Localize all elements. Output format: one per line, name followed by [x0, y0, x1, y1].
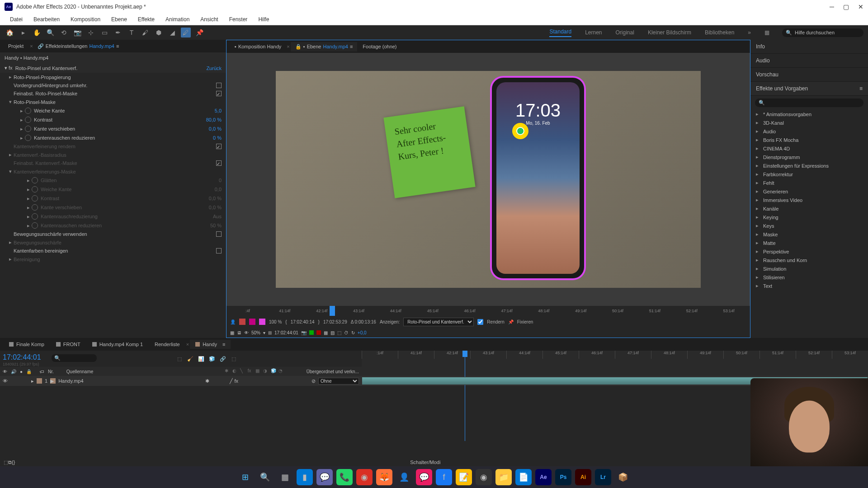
prop-bereinigung[interactable]: ▸Bereinigung: [0, 255, 226, 263]
preset-matte[interactable]: ▸Matte: [750, 239, 868, 247]
footage-canvas[interactable]: Sehr cooler After Effects- Kurs, Peter !…: [276, 71, 701, 288]
tl-tab-handykomp[interactable]: Handy.mp4 Komp 1: [87, 340, 148, 349]
preset-kan-le[interactable]: ▸Kanäle: [750, 204, 868, 213]
tl-icon-4[interactable]: 🧊: [208, 355, 216, 363]
prop-kontrast[interactable]: ▸Kontrast0,0 %: [0, 194, 226, 203]
tab-effect-settings[interactable]: 🔗 Effekteinstellungen Handy.mp4 ≡: [35, 42, 122, 51]
taskbar-facebook[interactable]: f: [436, 469, 452, 485]
mask-icon[interactable]: 👁: [244, 330, 249, 335]
panel-audio[interactable]: Audio: [750, 54, 868, 68]
current-timecode[interactable]: 17:02:44:01: [3, 353, 41, 361]
anzeigen-dropdown[interactable]: Roto-Pinsel und Kantenverf.: [403, 318, 474, 326]
switch-adj[interactable]: ◑: [263, 368, 269, 375]
person-icon[interactable]: 👤: [230, 319, 236, 324]
preset-stilisieren[interactable]: ▸Stilisieren: [750, 273, 868, 282]
alpha-icon[interactable]: ▦: [324, 330, 328, 335]
menu-datei[interactable]: Datei: [5, 16, 28, 23]
menu-ebene[interactable]: Ebene: [106, 16, 132, 23]
tc-in[interactable]: 17:02:40:14: [291, 319, 315, 324]
speaker-icon[interactable]: 🔊: [11, 369, 16, 374]
tab-project[interactable]: Projekt: [4, 42, 28, 51]
grid-icon[interactable]: ⊞: [268, 330, 272, 335]
preset-text[interactable]: ▸Text: [750, 282, 868, 290]
selection-tool[interactable]: ▸: [18, 28, 28, 38]
phone-roto-selection[interactable]: 17:03 Mo, 16. Feb: [491, 76, 585, 280]
prop-kantenfarben-bereinigen[interactable]: Kantenfarben bereinigen: [0, 247, 226, 255]
panel-close-icon[interactable]: ×: [30, 43, 33, 49]
switch-shy[interactable]: ✱: [225, 368, 231, 375]
tl-icon-3[interactable]: 📊: [197, 355, 205, 363]
prop-gl-tten[interactable]: ▸Glätten0: [0, 176, 226, 185]
layer-twist[interactable]: ▸: [31, 378, 34, 384]
preset-einstellungen-f-r-expressions[interactable]: ▸Einstellungen für Expressions: [750, 161, 868, 170]
taskbar-teams[interactable]: 💬: [316, 469, 333, 485]
eraser-tool[interactable]: ◢: [167, 28, 177, 38]
tl-tab-finale[interactable]: Finale Komp: [4, 340, 50, 349]
layer-sw-1[interactable]: ✱: [205, 378, 212, 384]
layer-visibility[interactable]: 👁: [3, 378, 8, 384]
switch-blend[interactable]: ◔: [278, 368, 285, 375]
taskbar-whatsapp[interactable]: 📞: [336, 469, 353, 485]
tl-tab-front[interactable]: FRONT: [51, 340, 86, 349]
switch-collapse[interactable]: ◐: [232, 368, 239, 375]
anchor-tool[interactable]: ⊹: [86, 28, 96, 38]
preset-fehlt[interactable]: ▸Fehlt: [750, 178, 868, 187]
menu-komposition[interactable]: Komposition: [65, 16, 106, 23]
exposure-value[interactable]: +0,0: [358, 330, 367, 335]
taskbar-ps[interactable]: Ps: [555, 469, 571, 485]
prop-bewegungsunsch-rfe[interactable]: ▸Bewegungsunschärfe: [0, 238, 226, 247]
home-icon[interactable]: 🏠: [5, 28, 14, 38]
color-stroke[interactable]: [259, 319, 265, 325]
rect-tool[interactable]: ▭: [99, 28, 109, 38]
mini-playhead[interactable]: [330, 306, 335, 316]
taskbar-lr[interactable]: Lr: [595, 469, 611, 485]
close-button[interactable]: ✕: [858, 3, 863, 10]
region-icon[interactable]: ⬚: [337, 330, 341, 335]
prop-feinabst-kantenverf-maske[interactable]: Feinabst. Kantenverf.-Maske: [0, 159, 226, 167]
taskbar-ae[interactable]: Ae: [535, 469, 552, 485]
layer-color[interactable]: [37, 378, 42, 384]
viewer-tab-layer[interactable]: 🔒 ▪ Ebene Handy.mp4 ≡: [291, 42, 358, 52]
workspace-kleiner[interactable]: Kleiner Bildschirm: [648, 29, 691, 36]
tab-menu-icon[interactable]: ≡: [222, 342, 225, 347]
taskbar-ai[interactable]: Ai: [575, 469, 591, 485]
tl-toggle-1[interactable]: ⬚: [4, 460, 8, 465]
start-button[interactable]: ⊞: [237, 469, 253, 485]
timecode-icon[interactable]: ⏱: [344, 330, 349, 335]
workspace-grid-icon[interactable]: ▦: [764, 29, 769, 36]
tl-toggle-2[interactable]: ⧉: [8, 460, 12, 465]
taskbar-firefox[interactable]: 🦊: [376, 469, 392, 485]
prop-feinabst-roto-pinsel-maske[interactable]: Feinabst. Roto-Pinsel-Maske: [0, 89, 226, 98]
tl-tab-render[interactable]: Renderliste: [149, 340, 185, 349]
zoom-value[interactable]: 50%: [251, 330, 260, 335]
channel-r[interactable]: [316, 330, 321, 335]
bottom-tc[interactable]: 17:02:44:01: [274, 330, 298, 335]
panel-info[interactable]: Info: [750, 40, 868, 54]
timeline-ruler-area[interactable]: :14f41:14f42:14f43:14f44:14f45:14f46:14f…: [362, 351, 868, 367]
preset-immersives-video[interactable]: ▸Immersives Video: [750, 196, 868, 204]
channel-g[interactable]: [309, 330, 314, 335]
taskbar-app-2[interactable]: ◉: [356, 469, 373, 485]
viewer-tab-footage[interactable]: Footage (ohne): [358, 42, 401, 51]
viewer-content[interactable]: Sehr cooler After Effects- Kurs, Peter !…: [226, 53, 750, 306]
preset-perspektive[interactable]: ▸Perspektive: [750, 247, 868, 256]
preset--animationsvorgaben[interactable]: ▸* Animationsvorgaben: [750, 110, 868, 118]
workspace-original[interactable]: Original: [616, 29, 634, 36]
color-bg[interactable]: [249, 319, 255, 325]
workspace-lernen[interactable]: Lernen: [585, 29, 602, 36]
puppet-tool[interactable]: 📌: [194, 28, 204, 38]
rotate-tool[interactable]: ⟲: [59, 28, 69, 38]
workspace-standard[interactable]: Standard: [549, 28, 571, 37]
refresh-icon[interactable]: ↻: [351, 330, 355, 335]
parent-dropdown[interactable]: Ohne: [318, 378, 359, 385]
switch-blur[interactable]: ▦: [255, 368, 262, 375]
prop-bewegungsunsch-rfe-verwenden[interactable]: Bewegungsunschärfe verwenden: [0, 230, 226, 238]
preset-dienstprogramm[interactable]: ▸Dienstprogramm: [750, 153, 868, 161]
taskbar-app-1[interactable]: ▮: [297, 469, 313, 485]
tc-out[interactable]: 17:02:53:29: [323, 319, 347, 324]
workspace-more-icon[interactable]: »: [748, 29, 751, 36]
taskbar-taskview[interactable]: ▦: [277, 469, 293, 485]
color-fg[interactable]: [239, 319, 245, 325]
tab-menu-icon[interactable]: ≡: [350, 44, 353, 49]
parent-link-icon[interactable]: ⊘: [311, 378, 316, 384]
